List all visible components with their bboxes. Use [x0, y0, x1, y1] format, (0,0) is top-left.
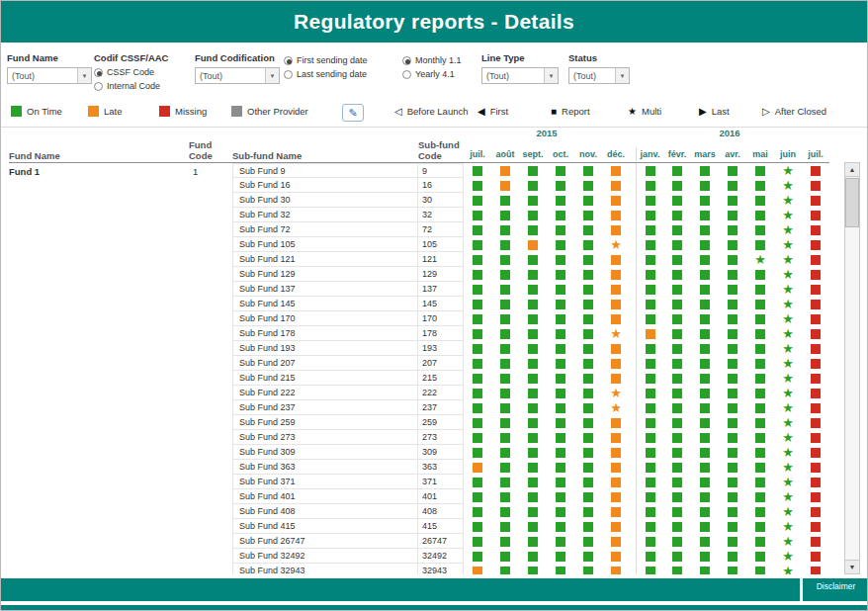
status-cell[interactable] — [663, 504, 691, 519]
status-cell[interactable] — [691, 519, 719, 534]
status-cell[interactable] — [547, 222, 574, 237]
status-cell[interactable] — [519, 341, 547, 356]
subfund-code-cell[interactable]: 32943 — [418, 564, 464, 574]
status-cell[interactable] — [602, 371, 630, 386]
subfund-name-cell[interactable]: Sub Fund 32 — [232, 208, 418, 222]
subfund-name-cell[interactable]: Sub Fund 32943 — [232, 564, 418, 574]
status-cell[interactable] — [491, 519, 519, 534]
status-cell[interactable] — [719, 252, 746, 267]
status-cell[interactable]: ★ — [774, 371, 802, 386]
status-cell[interactable] — [519, 386, 547, 400]
status-cell[interactable] — [491, 163, 519, 178]
subfund-name-cell[interactable]: Sub Fund 16 — [232, 178, 418, 193]
subfund-code-cell[interactable]: 170 — [418, 311, 464, 326]
status-cell[interactable] — [663, 252, 691, 267]
status-cell[interactable] — [746, 222, 774, 237]
status-cell[interactable] — [691, 193, 719, 208]
status-cell[interactable] — [636, 564, 663, 574]
status-cell[interactable] — [491, 356, 519, 371]
sub-fund-name-column-header[interactable]: Sub-fund Name — [232, 150, 418, 161]
status-cell[interactable] — [519, 371, 547, 386]
status-cell[interactable] — [547, 519, 574, 534]
status-cell[interactable] — [636, 504, 663, 519]
table-row[interactable]: Sub Fund 237237★★ — [232, 400, 829, 415]
status-cell[interactable]: ★ — [774, 549, 802, 564]
status-cell[interactable] — [691, 445, 719, 460]
status-cell[interactable]: ★ — [774, 475, 802, 489]
status-cell[interactable] — [691, 252, 719, 267]
status-cell[interactable] — [602, 415, 630, 430]
status-cell[interactable] — [491, 267, 519, 282]
status-cell[interactable] — [802, 400, 829, 415]
status-cell[interactable] — [719, 475, 746, 489]
status-cell[interactable] — [574, 489, 602, 504]
status-cell[interactable] — [746, 386, 774, 400]
status-cell[interactable] — [691, 237, 719, 252]
fund-code-column-header[interactable]: Fund Code — [189, 139, 232, 161]
status-cell[interactable] — [719, 371, 746, 386]
table-row[interactable]: Sub Fund 1616★ — [232, 178, 829, 193]
status-cell[interactable]: ★ — [746, 252, 774, 267]
fund-name-cell[interactable]: Fund 1 — [9, 163, 189, 574]
status-cell[interactable] — [519, 311, 547, 326]
status-cell[interactable] — [574, 208, 602, 222]
status-cell[interactable] — [464, 504, 491, 519]
status-cell[interactable]: ★ — [774, 193, 802, 208]
status-cell[interactable] — [691, 326, 719, 341]
status-cell[interactable] — [719, 489, 746, 504]
status-cell[interactable] — [464, 475, 491, 489]
status-cell[interactable] — [636, 252, 663, 267]
status-cell[interactable] — [574, 475, 602, 489]
status-cell[interactable] — [491, 415, 519, 430]
line-type-dropdown[interactable]: (Tout) ▼ — [481, 67, 559, 84]
subfund-code-cell[interactable]: 30 — [418, 193, 464, 208]
month-header[interactable]: janv. — [636, 147, 663, 161]
status-cell[interactable] — [547, 208, 574, 222]
status-cell[interactable] — [719, 297, 746, 311]
status-cell[interactable] — [519, 326, 547, 341]
status-cell[interactable] — [602, 311, 630, 326]
status-cell[interactable] — [802, 163, 829, 178]
status-cell[interactable] — [491, 208, 519, 222]
status-cell[interactable] — [519, 504, 547, 519]
status-cell[interactable] — [746, 326, 774, 341]
status-cell[interactable] — [663, 430, 691, 445]
status-cell[interactable] — [464, 489, 491, 504]
status-cell[interactable] — [602, 267, 630, 282]
status-cell[interactable] — [464, 311, 491, 326]
status-cell[interactable] — [636, 356, 663, 371]
table-row[interactable]: Sub Fund 145145★ — [232, 297, 829, 311]
status-cell[interactable] — [636, 341, 663, 356]
status-cell[interactable] — [547, 564, 574, 574]
status-cell[interactable] — [547, 178, 574, 193]
sub-fund-code-column-header[interactable]: Sub-fund Code — [418, 139, 464, 161]
status-cell[interactable] — [746, 489, 774, 504]
status-cell[interactable]: ★ — [774, 386, 802, 400]
status-cell[interactable] — [519, 445, 547, 460]
month-header[interactable]: mars — [691, 147, 719, 161]
status-cell[interactable] — [719, 178, 746, 193]
status-cell[interactable] — [636, 326, 663, 341]
status-cell[interactable] — [746, 282, 774, 297]
subfund-name-cell[interactable]: Sub Fund 237 — [232, 400, 418, 415]
status-cell[interactable] — [547, 534, 574, 549]
status-cell[interactable] — [636, 267, 663, 282]
status-cell[interactable] — [663, 341, 691, 356]
status-cell[interactable]: ★ — [774, 341, 802, 356]
status-cell[interactable]: ★ — [774, 445, 802, 460]
status-cell[interactable] — [663, 311, 691, 326]
subfund-name-cell[interactable]: Sub Fund 371 — [232, 475, 418, 489]
status-cell[interactable] — [663, 415, 691, 430]
status-cell[interactable]: ★ — [602, 326, 630, 341]
status-cell[interactable] — [802, 178, 829, 193]
subfund-code-cell[interactable]: 32 — [418, 208, 464, 222]
status-cell[interactable] — [602, 445, 630, 460]
month-header[interactable]: juil. — [464, 147, 491, 161]
status-cell[interactable] — [602, 564, 630, 574]
status-cell[interactable] — [602, 297, 630, 311]
status-cell[interactable] — [547, 311, 574, 326]
vertical-scrollbar[interactable]: ▲ ▼ — [844, 162, 860, 574]
status-cell[interactable] — [636, 445, 663, 460]
subfund-code-cell[interactable]: 309 — [418, 445, 464, 460]
status-cell[interactable] — [663, 564, 691, 574]
